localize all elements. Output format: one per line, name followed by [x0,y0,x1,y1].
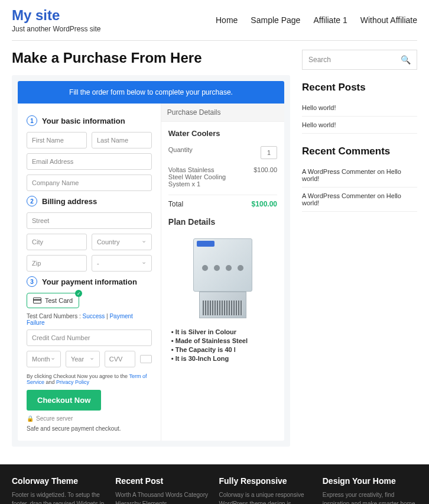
feature-item: It is 30-Inch Long [171,355,277,362]
section-basic-info: 1 Your basic information [27,115,152,126]
checkout-wrap: Fill the order form below to complete yo… [12,75,290,447]
last-name-input[interactable]: Last Name [92,132,152,148]
header: My site Just another WordPress site Home… [0,0,429,40]
recent-post-item[interactable]: Hello world! [302,99,417,117]
purchase-details-head: Purchase Details [161,104,284,122]
footer-col-4: Design Your HomeExpress your creativity,… [323,476,417,504]
form-banner: Fill the order form below to complete yo… [18,81,284,104]
first-name-input[interactable]: First Name [27,132,87,148]
zip-input[interactable]: Zip [27,255,87,272]
card-hint-icon [140,355,152,363]
terms-text: By clicking Checkout Now you agree to th… [27,373,152,385]
recent-posts-title: Recent Posts [302,82,417,93]
month-select[interactable]: Month [27,351,61,367]
main-nav: Home Sample Page Affiliate 1 Without Aff… [216,15,417,25]
safe-note: Safe and secure payment checkout. [27,425,152,432]
secure-server: 🔒Secure server [27,415,152,422]
line-price: $100.00 [254,166,277,173]
email-input[interactable]: Email Address [27,153,152,170]
country-select[interactable]: Country [92,234,152,250]
company-input[interactable]: Company Name [27,175,152,191]
lock-icon: 🔒 [27,415,34,422]
feature-list: It is Silver in Colour Made of Stainless… [168,328,277,362]
step-3-icon: 3 [27,276,37,287]
page-title: Make a Purchase From Here [12,50,290,66]
card-icon [33,298,41,303]
total-amount: $100.00 [252,200,277,208]
search-input[interactable]: Search 🔍 [302,50,417,70]
quantity-label: Quantity [168,146,193,153]
test-card-button[interactable]: Test Card ✓ [27,293,79,308]
link-privacy[interactable]: Privacy Policy [56,379,89,385]
checkout-button[interactable]: Checkout Now [27,390,101,411]
footer-col-1: Colorway ThemeFooter is widgetized. To s… [12,476,106,504]
sidebar: Search 🔍 Recent Posts Hello world! Hello… [302,50,417,447]
section-billing: 2 Billing address [27,196,152,206]
form-column: 1 Your basic information First Name Last… [18,104,161,441]
nav-affiliate-1[interactable]: Affiliate 1 [313,15,347,25]
tagline: Just another WordPress site [12,25,101,33]
nav-home[interactable]: Home [216,15,238,25]
line-item: Voltas Stainless Steel Water Cooling Sys… [168,166,228,188]
section-payment: 3 Your payment information [27,276,152,287]
quantity-input[interactable]: 1 [261,146,277,159]
recent-comment-item[interactable]: A WordPress Commenter on Hello world! [302,163,417,188]
nav-without-affiliate[interactable]: Without Affiliate [360,15,417,25]
street-input[interactable]: Street [27,212,152,229]
product-image [181,232,264,321]
nav-sample-page[interactable]: Sample Page [251,15,300,25]
test-card-note: Test Card Numbers : Success | Payment Fa… [27,313,152,326]
recent-comment-item[interactable]: A WordPress Commenter on Hello world! [302,188,417,212]
footer-col-2: Recent PostWorth A Thousand Words Catego… [115,476,210,504]
footer: Colorway ThemeFooter is widgetized. To s… [0,464,429,504]
year-select[interactable]: Year [66,351,100,367]
total-label: Total [168,200,183,208]
step-1-icon: 1 [27,115,37,126]
link-success[interactable]: Success [82,313,105,319]
summary-column: Purchase Details Water Coolers Quantity … [161,104,284,441]
cvv-input[interactable]: CVV [105,351,135,367]
region-select[interactable]: - [92,255,152,272]
feature-item: It is Silver in Colour [171,328,277,335]
plan-details-title: Plan Details [168,217,277,227]
step-2-icon: 2 [27,196,37,206]
content: Make a Purchase From Here Fill the order… [12,50,290,447]
recent-post-item[interactable]: Hello world! [302,117,417,134]
site-title[interactable]: My site [12,7,101,24]
search-icon[interactable]: 🔍 [401,55,411,64]
feature-item: Made of Stainless Steel [171,337,277,344]
recent-comments-title: Recent Comments [302,146,417,157]
product-title: Water Coolers [168,129,277,138]
city-input[interactable]: City [27,234,87,250]
check-badge-icon: ✓ [75,290,82,297]
footer-col-3: Fully ResponsiveColorway is a unique res… [219,476,314,504]
cc-number-input[interactable]: Credit Card Number [27,329,152,346]
feature-item: The Capacity is 40 l [171,346,277,353]
